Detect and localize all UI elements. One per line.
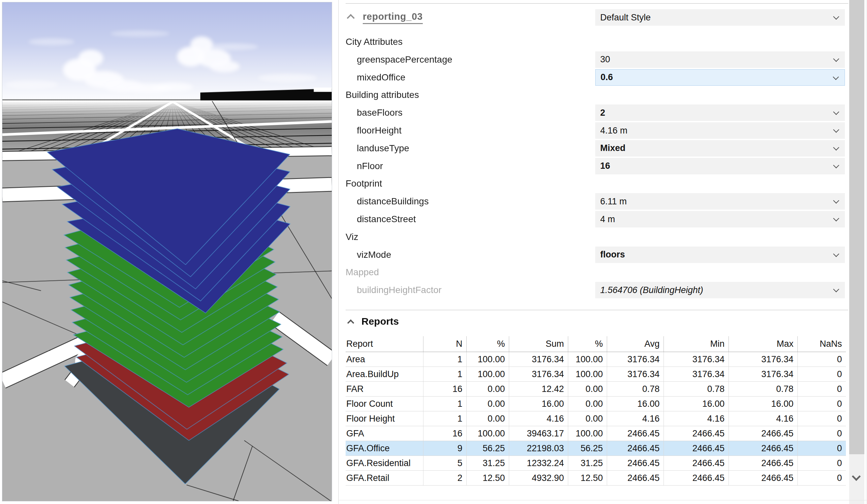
table-cell: 16.00 [728,396,798,411]
attribute-row-buildingheightfactor: buildingHeightFactor1.564706 (BuildingHe… [0,281,867,299]
table-cell: 0.00 [466,396,509,411]
table-cell: 31.25 [466,456,509,470]
table-cell: 0.00 [466,382,509,396]
table-row-far[interactable]: FAR160.0012.420.000.780.780.780 [346,382,846,396]
style-dropdown-value: Default Style [600,12,651,23]
table-cell: 0 [798,382,846,396]
column-header: NaNs [798,336,846,352]
window-right-edge [866,0,866,504]
table-cell: 100.00 [466,352,509,366]
table-cell: 2466.45 [728,441,798,456]
table-cell: 0.00 [466,412,509,426]
attribute-row-basefloors: baseFloors2 [0,104,867,122]
section-footprint: Footprint [0,175,867,193]
style-dropdown[interactable]: Default Style [595,9,845,26]
value-dropdown-distancestreet[interactable]: 4 m [595,211,845,228]
attribute-label: vizMode [357,246,391,264]
dropdown-value: 1.564706 (BuildingHeight) [600,285,703,295]
table-cell: 3176.34 [607,352,664,366]
column-header: Sum [509,336,568,352]
shape-header: reporting_03 Default Style [0,9,867,25]
column-header: Report [346,336,423,352]
section-label: Viz [346,228,358,246]
table-cell: 100.00 [466,426,509,441]
table-cell: 100.00 [568,352,607,366]
scrollbar-down-icon[interactable] [852,472,861,481]
table-row-gfa[interactable]: GFA16100.0039463.17100.002466.452466.452… [346,426,846,441]
collapse-shape-icon[interactable] [346,14,354,22]
table-cell: 2466.45 [664,471,728,485]
table-cell: 3176.34 [728,367,798,381]
table-row-area-buildup[interactable]: Area.BuildUp1100.003176.34100.003176.343… [346,367,846,382]
table-row-gfa-residential[interactable]: GFA.Residential531.2512332.2431.252466.4… [346,456,846,471]
scrollbar-thumb[interactable] [849,0,864,454]
table-cell: 0.00 [568,382,607,396]
table-cell: 1 [423,396,466,411]
value-dropdown-vizmode[interactable]: floors [595,246,845,263]
table-cell: 12.50 [466,471,509,485]
collapse-reports-icon[interactable] [347,319,354,326]
table-row-area[interactable]: Area1100.003176.34100.003176.343176.3431… [346,352,846,367]
value-dropdown-mixedoffice[interactable]: 0.6 [595,69,845,86]
table-cell: 0 [798,412,846,426]
value-dropdown-distancebuildings[interactable]: 6.11 m [595,193,845,210]
chevron-down-icon [833,162,839,168]
table-row-gfa-office[interactable]: GFA.Office956.2522198.0356.252466.452466… [346,441,846,456]
table-cell: 0.78 [607,382,664,396]
table-cell: 2466.45 [607,471,664,485]
table-cell: 4.16 [664,412,728,426]
column-header: % [466,336,509,352]
chevron-down-icon [833,197,839,204]
attribute-row-distancestreet: distanceStreet4 m [0,210,867,228]
table-cell: Floor Count [346,396,423,411]
table-cell: 2466.45 [728,426,798,441]
dropdown-value: 2 [600,108,605,118]
dropdown-value: 30 [600,54,610,65]
attribute-label: landuseType [357,140,409,157]
attribute-row-floorheight: floorHeight4.16 m [0,122,867,140]
table-cell: 9 [423,441,466,456]
chevron-down-icon [833,251,839,257]
attribute-label: nFloor [357,157,383,175]
shape-name-link[interactable]: reporting_03 [363,11,423,24]
reports-header: Reports [0,314,867,332]
value-dropdown-buildingheightfactor[interactable]: 1.564706 (BuildingHeight) [595,282,845,298]
attribute-label: buildingHeightFactor [357,281,441,299]
scrollbar[interactable] [849,0,864,504]
value-dropdown-greenspacepercentage[interactable]: 30 [595,52,845,68]
table-row-gfa-retail[interactable]: GFA.Retail212.504932.9012.502466.452466.… [346,471,846,485]
attribute-row-distancebuildings: distanceBuildings6.11 m [0,193,867,210]
table-cell: 100.00 [568,367,607,381]
table-cell: 5 [423,456,466,470]
table-cell: 56.25 [568,441,607,456]
value-dropdown-floorheight[interactable]: 4.16 m [595,122,845,139]
panel-top-rule [346,3,848,4]
table-cell: 12.50 [568,471,607,485]
table-cell: 100.00 [466,367,509,381]
table-cell: 0 [798,456,846,470]
dropdown-value: 16 [600,161,610,171]
table-row-floor-count[interactable]: Floor Count10.0016.000.0016.0016.0016.00… [346,396,846,412]
column-header: % [568,336,607,352]
reports-table: ReportN%Sum%AvgMinMaxNaNsArea1100.003176… [346,336,846,485]
table-cell: 4.16 [607,412,664,426]
dropdown-value: 6.11 m [600,196,627,207]
table-cell: 4.16 [509,412,568,426]
section-label: Mapped [346,263,379,281]
table-cell: 1 [423,352,466,366]
value-dropdown-nfloor[interactable]: 16 [595,158,845,174]
section-building-attributes: Building attributes [0,86,867,104]
value-dropdown-landusetype[interactable]: Mixed [595,140,845,156]
chevron-down-icon [833,13,839,20]
table-cell: GFA [346,426,423,441]
attribute-row-greenspacepercentage: greenspacePercentage30 [0,51,867,68]
table-row-floor-height[interactable]: Floor Height10.004.160.004.164.164.160 [346,412,846,426]
value-dropdown-basefloors[interactable]: 2 [595,105,845,121]
table-cell: FAR [346,382,423,396]
table-cell: 0 [798,367,846,381]
table-cell: 2 [423,471,466,485]
table-cell: 56.25 [466,441,509,456]
table-cell: GFA.Office [346,441,423,456]
attribute-label: greenspacePercentage [357,51,452,68]
table-cell: 2466.45 [664,426,728,441]
